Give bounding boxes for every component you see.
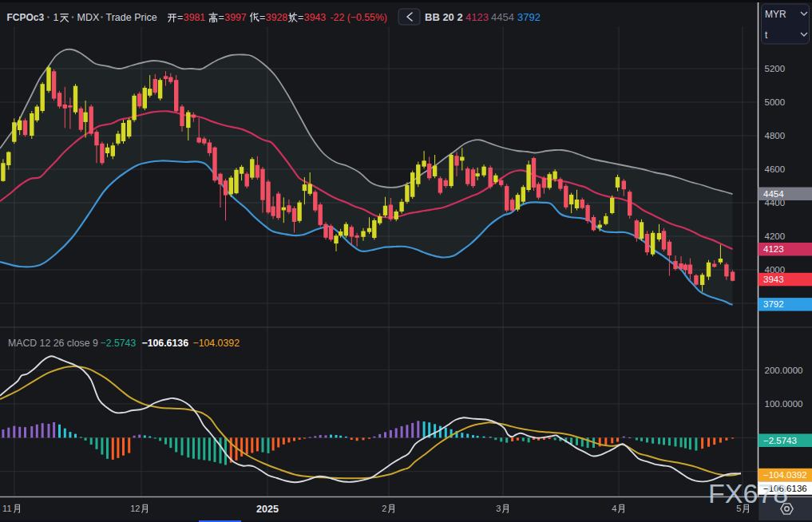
svg-text:5200: 5200 — [765, 64, 786, 73]
svg-text:11: 11 — [2, 504, 11, 513]
svg-text:=: = — [259, 12, 265, 23]
svg-text:BB 20 2: BB 20 2 — [425, 11, 463, 23]
svg-text:MYR: MYR — [765, 9, 786, 20]
svg-text:12: 12 — [130, 504, 140, 513]
svg-text:4600: 4600 — [765, 164, 786, 174]
svg-text:2025: 2025 — [256, 504, 279, 515]
svg-text:3: 3 — [496, 504, 501, 513]
svg-text:=: = — [298, 12, 303, 23]
svg-text:3792: 3792 — [763, 299, 784, 309]
svg-text:FX678: FX678 — [708, 478, 788, 508]
svg-text:3943: 3943 — [304, 12, 327, 23]
svg-text:4800: 4800 — [765, 131, 786, 140]
svg-text:3792: 3792 — [517, 11, 541, 23]
svg-text:Trade Price: Trade Price — [106, 12, 157, 23]
svg-text:3997: 3997 — [224, 12, 247, 23]
svg-text:4454: 4454 — [763, 189, 784, 199]
svg-text:4200: 4200 — [765, 231, 786, 241]
svg-text:-22 (−0.55%): -22 (−0.55%) — [331, 12, 387, 23]
svg-text:MACD 12 26 close 9: MACD 12 26 close 9 — [8, 338, 98, 349]
svg-text:3928: 3928 — [266, 12, 288, 23]
svg-text:4123: 4123 — [763, 244, 784, 254]
svg-text:4: 4 — [612, 504, 616, 513]
svg-text:1: 1 — [53, 12, 59, 23]
svg-text:−2.5743: −2.5743 — [101, 338, 137, 349]
svg-text:=: = — [177, 12, 183, 23]
svg-text:MDX: MDX — [77, 12, 100, 23]
svg-text:−2.5743: −2.5743 — [763, 436, 797, 445]
svg-text:=: = — [219, 12, 224, 23]
svg-text:3981: 3981 — [184, 12, 206, 23]
svg-text:2: 2 — [382, 504, 386, 513]
svg-text:200.0000: 200.0000 — [765, 366, 803, 375]
svg-text:4454: 4454 — [491, 11, 514, 23]
svg-text:FCPOc3: FCPOc3 — [7, 12, 45, 23]
svg-text:−104.0392: −104.0392 — [193, 338, 240, 349]
svg-text:−106.6136: −106.6136 — [142, 338, 189, 349]
svg-text:100.0000: 100.0000 — [765, 399, 803, 409]
svg-text:4123: 4123 — [465, 11, 489, 23]
svg-text:3943: 3943 — [763, 275, 784, 284]
svg-text:5000: 5000 — [765, 97, 786, 107]
